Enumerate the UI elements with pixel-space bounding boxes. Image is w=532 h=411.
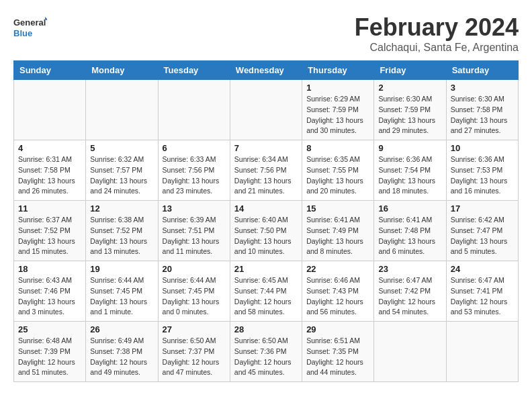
day-cell: 21Sunrise: 6:45 AM Sunset: 7:44 PM Dayli… <box>230 261 302 322</box>
day-info: Sunrise: 6:30 AM Sunset: 7:59 PM Dayligh… <box>378 94 441 136</box>
day-cell <box>374 322 446 382</box>
header-cell-sunday: Sunday <box>14 61 86 80</box>
header-cell-friday: Friday <box>374 61 446 80</box>
day-cell: 17Sunrise: 6:42 AM Sunset: 7:47 PM Dayli… <box>446 201 518 261</box>
day-number: 29 <box>306 324 369 334</box>
day-cell: 24Sunrise: 6:47 AM Sunset: 7:41 PM Dayli… <box>446 261 518 322</box>
day-number: 5 <box>90 143 153 153</box>
week-row-3: 11Sunrise: 6:37 AM Sunset: 7:52 PM Dayli… <box>14 201 519 261</box>
header-cell-saturday: Saturday <box>446 61 518 80</box>
day-info: Sunrise: 6:47 AM Sunset: 7:42 PM Dayligh… <box>378 275 441 318</box>
day-info: Sunrise: 6:44 AM Sunset: 7:45 PM Dayligh… <box>90 275 153 318</box>
day-info: Sunrise: 6:42 AM Sunset: 7:47 PM Dayligh… <box>451 215 514 257</box>
day-info: Sunrise: 6:48 AM Sunset: 7:39 PM Dayligh… <box>18 336 81 378</box>
day-number: 27 <box>163 324 226 334</box>
day-number: 4 <box>18 143 81 153</box>
day-cell: 28Sunrise: 6:50 AM Sunset: 7:36 PM Dayli… <box>230 322 302 382</box>
day-number: 3 <box>451 83 514 93</box>
day-number: 21 <box>234 264 298 274</box>
day-number: 28 <box>234 324 298 334</box>
day-info: Sunrise: 6:45 AM Sunset: 7:44 PM Dayligh… <box>234 275 298 318</box>
day-info: Sunrise: 6:30 AM Sunset: 7:58 PM Dayligh… <box>451 94 514 136</box>
day-cell: 9Sunrise: 6:36 AM Sunset: 7:54 PM Daylig… <box>374 140 446 201</box>
day-number: 14 <box>234 203 298 214</box>
day-cell <box>158 80 230 140</box>
day-number: 18 <box>18 264 81 274</box>
day-cell: 8Sunrise: 6:35 AM Sunset: 7:55 PM Daylig… <box>302 140 374 201</box>
day-info: Sunrise: 6:33 AM Sunset: 7:56 PM Dayligh… <box>163 154 226 197</box>
day-cell: 12Sunrise: 6:38 AM Sunset: 7:52 PM Dayli… <box>86 201 158 261</box>
day-number: 10 <box>451 143 514 153</box>
day-info: Sunrise: 6:40 AM Sunset: 7:50 PM Dayligh… <box>234 215 298 257</box>
day-info: Sunrise: 6:41 AM Sunset: 7:49 PM Dayligh… <box>306 215 369 257</box>
day-info: Sunrise: 6:51 AM Sunset: 7:35 PM Dayligh… <box>306 336 369 378</box>
logo-svg: General Blue <box>13 13 47 44</box>
day-number: 1 <box>306 83 369 93</box>
day-cell: 19Sunrise: 6:44 AM Sunset: 7:45 PM Dayli… <box>86 261 158 322</box>
day-number: 12 <box>90 203 153 214</box>
day-info: Sunrise: 6:50 AM Sunset: 7:37 PM Dayligh… <box>163 336 226 378</box>
day-number: 24 <box>451 264 514 274</box>
day-info: Sunrise: 6:49 AM Sunset: 7:38 PM Dayligh… <box>90 336 153 378</box>
calendar-header-row: SundayMondayTuesdayWednesdayThursdayFrid… <box>14 61 519 80</box>
day-number: 23 <box>378 264 441 274</box>
day-info: Sunrise: 6:36 AM Sunset: 7:53 PM Dayligh… <box>451 154 514 197</box>
day-cell: 13Sunrise: 6:39 AM Sunset: 7:51 PM Dayli… <box>158 201 230 261</box>
header-cell-tuesday: Tuesday <box>158 61 230 80</box>
day-cell: 4Sunrise: 6:31 AM Sunset: 7:58 PM Daylig… <box>14 140 86 201</box>
day-number: 19 <box>90 264 153 274</box>
logo: General Blue <box>13 13 47 44</box>
day-info: Sunrise: 6:38 AM Sunset: 7:52 PM Dayligh… <box>90 215 153 257</box>
week-row-4: 18Sunrise: 6:43 AM Sunset: 7:46 PM Dayli… <box>14 261 519 322</box>
day-number: 17 <box>451 203 514 214</box>
day-cell: 25Sunrise: 6:48 AM Sunset: 7:39 PM Dayli… <box>14 322 86 382</box>
day-info: Sunrise: 6:44 AM Sunset: 7:45 PM Dayligh… <box>163 275 226 318</box>
svg-text:General: General <box>13 17 46 28</box>
day-cell: 5Sunrise: 6:32 AM Sunset: 7:57 PM Daylig… <box>86 140 158 201</box>
day-number: 8 <box>306 143 369 153</box>
day-info: Sunrise: 6:31 AM Sunset: 7:58 PM Dayligh… <box>18 154 81 197</box>
day-cell: 16Sunrise: 6:41 AM Sunset: 7:48 PM Dayli… <box>374 201 446 261</box>
title-area: February 2024 Calchaqui, Santa Fe, Argen… <box>355 13 519 54</box>
day-cell <box>230 80 302 140</box>
header-cell-wednesday: Wednesday <box>230 61 302 80</box>
day-info: Sunrise: 6:32 AM Sunset: 7:57 PM Dayligh… <box>90 154 153 197</box>
day-info: Sunrise: 6:39 AM Sunset: 7:51 PM Dayligh… <box>163 215 226 257</box>
day-info: Sunrise: 6:43 AM Sunset: 7:46 PM Dayligh… <box>18 275 81 318</box>
week-row-1: 1Sunrise: 6:29 AM Sunset: 7:59 PM Daylig… <box>14 80 519 140</box>
day-cell: 15Sunrise: 6:41 AM Sunset: 7:49 PM Dayli… <box>302 201 374 261</box>
header: General Blue February 2024 Calchaqui, Sa… <box>13 13 519 54</box>
day-number: 15 <box>306 203 369 214</box>
header-cell-thursday: Thursday <box>302 61 374 80</box>
day-info: Sunrise: 6:34 AM Sunset: 7:56 PM Dayligh… <box>234 154 298 197</box>
day-number: 7 <box>234 143 298 153</box>
header-cell-monday: Monday <box>86 61 158 80</box>
day-cell <box>86 80 158 140</box>
day-info: Sunrise: 6:47 AM Sunset: 7:41 PM Dayligh… <box>451 275 514 318</box>
day-cell: 11Sunrise: 6:37 AM Sunset: 7:52 PM Dayli… <box>14 201 86 261</box>
day-number: 25 <box>18 324 81 334</box>
day-number: 9 <box>378 143 441 153</box>
day-number: 16 <box>378 203 441 214</box>
day-cell: 26Sunrise: 6:49 AM Sunset: 7:38 PM Dayli… <box>86 322 158 382</box>
calendar-body: 1Sunrise: 6:29 AM Sunset: 7:59 PM Daylig… <box>14 80 519 382</box>
day-info: Sunrise: 6:37 AM Sunset: 7:52 PM Dayligh… <box>18 215 81 257</box>
day-number: 11 <box>18 203 81 214</box>
day-info: Sunrise: 6:29 AM Sunset: 7:59 PM Dayligh… <box>306 94 369 136</box>
day-number: 26 <box>90 324 153 334</box>
day-cell: 6Sunrise: 6:33 AM Sunset: 7:56 PM Daylig… <box>158 140 230 201</box>
day-info: Sunrise: 6:46 AM Sunset: 7:43 PM Dayligh… <box>306 275 369 318</box>
day-cell: 7Sunrise: 6:34 AM Sunset: 7:56 PM Daylig… <box>230 140 302 201</box>
day-number: 6 <box>163 143 226 153</box>
day-number: 13 <box>163 203 226 214</box>
week-row-5: 25Sunrise: 6:48 AM Sunset: 7:39 PM Dayli… <box>14 322 519 382</box>
day-cell: 10Sunrise: 6:36 AM Sunset: 7:53 PM Dayli… <box>446 140 518 201</box>
day-number: 22 <box>306 264 369 274</box>
calendar-table: SundayMondayTuesdayWednesdayThursdayFrid… <box>13 60 519 382</box>
day-cell: 3Sunrise: 6:30 AM Sunset: 7:58 PM Daylig… <box>446 80 518 140</box>
day-cell: 14Sunrise: 6:40 AM Sunset: 7:50 PM Dayli… <box>230 201 302 261</box>
day-cell <box>14 80 86 140</box>
svg-text:Blue: Blue <box>13 28 32 38</box>
day-info: Sunrise: 6:36 AM Sunset: 7:54 PM Dayligh… <box>378 154 441 197</box>
day-cell: 23Sunrise: 6:47 AM Sunset: 7:42 PM Dayli… <box>374 261 446 322</box>
